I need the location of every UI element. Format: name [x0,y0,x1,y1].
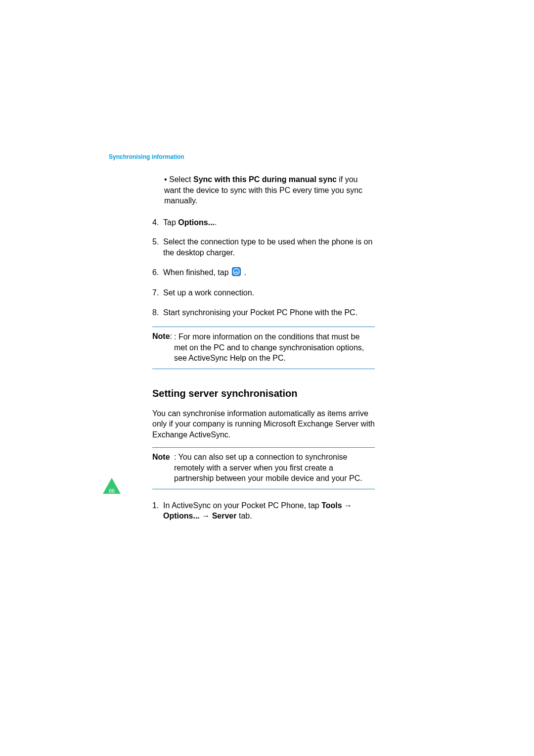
step-8: 8. Start synchronising your Pocket PC Ph… [152,307,375,318]
step4-text-1: Tap [163,218,178,227]
header-title: Synchronising information [109,153,184,160]
step4-bold: Options... [178,218,215,227]
note2-separator-top [152,447,375,448]
main-content: • Select Sync with this PC during manual… [152,174,375,530]
s1b-arrow2: → [200,512,212,520]
note2-separator-bottom [152,489,375,489]
section-paragraph: You can synchronise information automati… [152,408,375,440]
s1b-t1: In ActiveSync on your Pocket PC Phone, t… [163,501,321,510]
step-6: 6. When finished, tap ok . [152,267,375,279]
note-separator-bottom [152,369,375,369]
note1-text-start: : [170,332,172,340]
step6-text-1: When finished, tap [163,268,231,277]
s1b-arrow1: → [342,501,352,510]
note2-text: : You can also set up a connection to sy… [174,453,362,482]
page-number: 86 [106,488,118,494]
section-heading: Setting server synchronisation [152,387,375,400]
note-block-2: Note : You can also set up a connection … [152,452,375,484]
s1b-b3: Server [212,512,237,520]
bullet-item-sync-pc: • Select Sync with this PC during manual… [164,174,375,206]
step-7: 7. Set up a work connection. [152,287,375,298]
step7-text: Set up a work connection. [163,288,254,297]
ok-icon: ok [232,267,241,279]
bullet-text-prefix: • Select [164,175,193,184]
step5-text: Select the connection type to be used wh… [163,237,372,257]
step-marker: 5. [152,236,159,247]
step4-text-2: . [215,218,217,227]
step6-text-2: . [244,268,246,277]
step-marker: 1. [152,500,159,511]
s1b-b1: Tools [321,501,342,510]
note-block-1: Note: : For more information on the cond… [152,331,375,363]
step-5: 5. Select the connection type to be used… [152,236,375,258]
s1b-b2: Options... [163,512,200,520]
running-header: Synchronising information [109,153,184,160]
step-marker: 7. [152,287,159,298]
step-1b: 1. In ActiveSync on your Pocket PC Phone… [152,500,375,521]
s1b-t2: tab. [237,512,252,520]
bullet-bold: Sync with this PC during manual sync [193,175,337,184]
note1-text: : For more information on the conditions… [174,332,364,362]
step-4: 4. Tap Options.... [152,217,375,228]
step8-text: Start synchronising your Pocket PC Phone… [163,308,357,317]
note-separator-top [152,327,375,327]
step-marker: 8. [152,307,159,318]
document-page: Synchronising information • Select Sync … [0,0,534,756]
note-label: Note [152,332,170,340]
note-label: Note [152,453,170,461]
step-marker: 4. [152,217,159,228]
svg-text:ok: ok [234,270,238,274]
step-marker: 6. [152,267,159,278]
